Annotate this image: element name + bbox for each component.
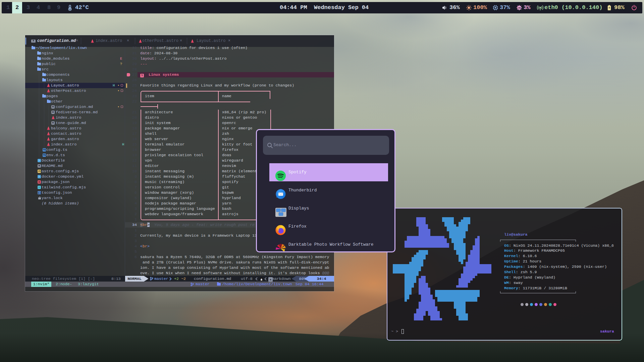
svg-text:CN: CN xyxy=(518,7,521,9)
